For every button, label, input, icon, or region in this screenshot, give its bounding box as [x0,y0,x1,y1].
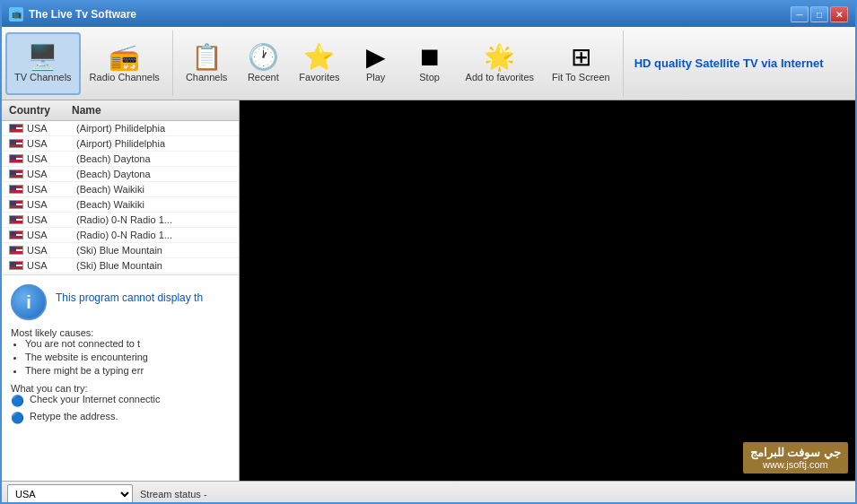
fit-screen-button[interactable]: ⊞ Fit To Screen [543,32,619,95]
info-panel: i This program cannot display th Most li… [2,274,239,481]
maximize-button[interactable]: □ [810,6,828,22]
status-bar: USAUKCanadaAustraliaGermanyFrance Stream… [2,481,855,504]
channels-button[interactable]: 📋 Channels [177,32,236,95]
play-icon: ▶ [366,45,386,70]
main-area: Country Name USA (Airport) Philidelphia … [2,100,855,481]
try-text: Check your Internet connectic [30,394,161,404]
app-icon: 📺 [9,7,23,22]
window-controls: ─ □ ✕ [791,6,848,22]
stop-label: Stop [419,72,440,83]
table-row[interactable]: USA (Radio) 0-N Radio 1... [2,228,239,243]
fit-screen-icon: ⊞ [571,45,591,70]
video-panel: جي سوفت للبرامج www.jsoftj.com [240,100,855,481]
left-panel: Country Name USA (Airport) Philidelphia … [2,100,240,481]
title-bar-left: 📺 The Live Tv Software [9,7,136,22]
channel-list[interactable]: USA (Airport) Philidelphia USA (Airport)… [2,121,239,274]
toolbar-promo: HD quality Satellite TV via Internet [624,30,855,96]
flag-icon [9,215,23,224]
col-country-header: Country [9,104,72,117]
tab-group: 🖥️ TV Channels 📻 Radio Channels [2,30,173,96]
table-row[interactable]: USA (Airport) Philidelphia [2,136,239,152]
play-button[interactable]: ▶ Play [349,32,403,95]
tv-channels-tab[interactable]: 🖥️ TV Channels [5,32,81,95]
channel-country: USA [27,169,76,179]
channel-name: (Airport) Philidelphia [76,138,232,149]
channel-country: USA [27,230,76,240]
info-header: i This program cannot display th [11,284,230,320]
cause-item: The website is encountering [25,352,230,362]
add-favorites-icon: 🌟 [484,45,515,70]
flag-icon [9,139,23,148]
table-row[interactable]: USA (Ski) Blue Mountain [2,243,239,258]
radio-channels-label: Radio Channels [90,72,160,83]
channel-country: USA [27,123,76,134]
tv-channels-label: TV Channels [14,72,72,83]
try-item: 🔵Retype the address. [11,411,230,424]
flag-icon [9,230,23,239]
play-label: Play [366,72,385,83]
radio-channels-tab[interactable]: 📻 Radio Channels [81,32,169,95]
stop-icon: ⏹ [417,45,442,70]
try-bullet-icon: 🔵 [11,395,24,407]
favorites-button[interactable]: ⭐ Favorites [290,32,348,95]
flag-icon [9,200,23,209]
channel-country: USA [27,153,76,164]
radio-icon: 📻 [109,45,140,70]
channel-name: (Radio) 0-N Radio 1... [76,230,232,240]
cause-item: There might be a typing err [25,365,230,376]
table-row[interactable]: USA (Radio) 0-N Radio 1... [2,213,239,228]
video-watermark: جي سوفت للبرامج www.jsoftj.com [743,442,848,474]
try-bullet-icon: 🔵 [11,412,24,424]
causes-list: You are not connected to tThe website is… [11,338,230,376]
close-button[interactable]: ✕ [830,6,848,22]
channel-country: USA [27,184,76,195]
table-row[interactable]: USA (Beach) Daytona [2,167,239,182]
table-row[interactable]: USA (Airport) Philidelphia [2,121,239,136]
cause-item: You are not connected to t [25,338,230,349]
table-row[interactable]: USA (Beach) Waikiki [2,197,239,213]
favorites-icon: ⭐ [303,45,335,70]
channel-country: USA [27,214,76,225]
channel-name: (Beach) Daytona [76,153,232,164]
channel-name: (Beach) Daytona [76,169,232,179]
promo-link[interactable]: HD quality Satellite TV via Internet [634,56,824,70]
stop-button[interactable]: ⏹ Stop [403,32,457,95]
add-favorites-button[interactable]: 🌟 Add to favorites [457,32,543,95]
channel-country: USA [27,245,76,256]
flag-icon [9,185,23,194]
channel-name: (Ski) Blue Mountain [76,245,232,256]
causes-header: Most likely causes: [11,327,230,338]
info-title: This program cannot display th [56,291,203,304]
channels-icon: 📋 [191,45,223,70]
table-row[interactable]: USA (Beach) Waikiki [2,182,239,197]
channel-name: (Radio) 0-N Radio 1... [76,214,232,225]
tv-icon: 🖥️ [27,45,58,70]
channel-country: USA [27,199,76,210]
channel-country: USA [27,138,76,149]
channel-country: USA [27,260,76,271]
channel-list-header: Country Name [2,100,239,121]
stream-status: Stream status - [140,489,850,500]
flag-icon [9,169,23,178]
try-item: 🔵Check your Internet connectic [11,394,230,407]
table-row[interactable]: USA (Ski) Blue Mountain [2,258,239,274]
try-header: What you can try: [11,383,230,394]
flag-icon [9,124,23,133]
table-row[interactable]: USA (Beach) Daytona [2,152,239,167]
add-favorites-label: Add to favorites [466,72,534,83]
recent-label: Recent [248,72,279,83]
minimize-button[interactable]: ─ [791,6,809,22]
recent-icon: 🕐 [248,45,279,70]
watermark-arabic: جي سوفت للبرامج [750,446,841,459]
recent-button[interactable]: 🕐 Recent [236,32,290,95]
info-causes: Most likely causes: You are not connecte… [11,327,230,376]
channel-name: (Ski) Blue Mountain [76,260,232,271]
flag-icon [9,246,23,255]
try-items: 🔵Check your Internet connectic🔵Retype th… [11,394,230,424]
watermark-url: www.jsoftj.com [750,459,841,470]
country-select[interactable]: USAUKCanadaAustraliaGermanyFrance [7,484,133,504]
col-name-header: Name [72,104,232,117]
flag-icon [9,154,23,163]
channel-name: (Beach) Waikiki [76,184,232,195]
try-text: Retype the address. [30,411,118,421]
